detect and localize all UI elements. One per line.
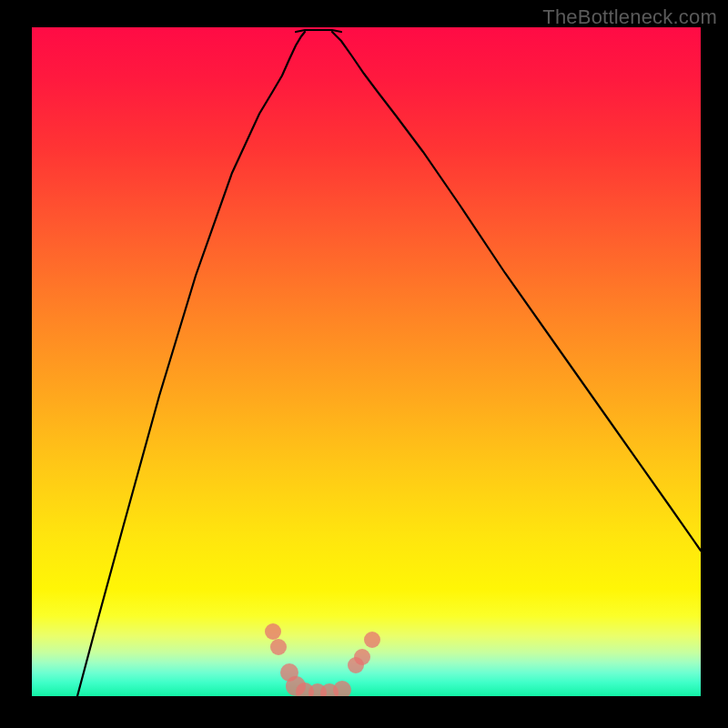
marker-point xyxy=(364,632,380,648)
marker-point xyxy=(333,681,351,696)
series-valley-floor xyxy=(296,30,341,32)
marker-points xyxy=(265,623,380,696)
series-right-curve xyxy=(332,32,701,551)
marker-point xyxy=(265,623,281,640)
curve-lines xyxy=(77,30,701,696)
watermark-text: TheBottleneck.com xyxy=(542,5,717,29)
series-left-curve xyxy=(77,32,305,696)
plot-area xyxy=(32,27,701,696)
marker-point xyxy=(270,639,287,655)
chart-svg xyxy=(32,27,701,696)
marker-point xyxy=(354,649,370,665)
